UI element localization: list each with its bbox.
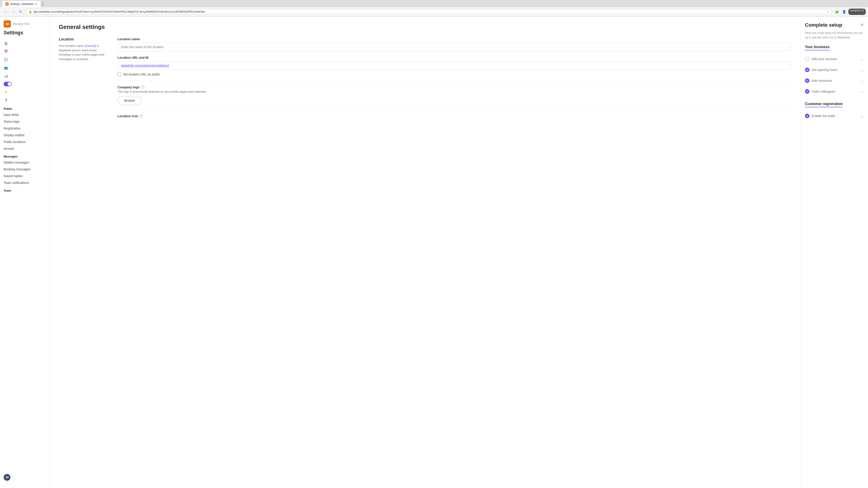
location-name-label: Location name [118, 37, 791, 41]
browser-tabs: M Settings | Waitwhile ✕ + [0, 0, 868, 7]
location-icon-label: Location icon [118, 114, 138, 118]
location-icon-help-icon[interactable]: ? [140, 114, 143, 118]
sidebar-item-registration[interactable]: Registration [0, 125, 50, 132]
user-avatar[interactable]: JD [4, 474, 10, 481]
panel-item-add-resources[interactable]: Add resources ⌄ [805, 76, 864, 85]
nav-item-chat[interactable]: 💬 [0, 56, 50, 64]
bookmark-icon: ☆ [827, 10, 829, 13]
tab-close-button[interactable]: ✕ [35, 2, 37, 6]
section-divider [118, 80, 791, 81]
browser-toolbar: ← → ↻ 🔒 app.waitwhile.com/settings/gener… [0, 7, 868, 17]
panel-item-invite-colleagues-left: Invite colleagues [805, 89, 835, 94]
sidebar-username: Moodjoy7434 [13, 22, 29, 26]
public-section-label: Public [0, 104, 50, 111]
location-name-input[interactable] [118, 43, 791, 51]
nav-item-home[interactable]: 🏠 [0, 39, 50, 47]
sidebar-item-waitlist-messages[interactable]: Waitlist messages [0, 159, 50, 166]
sidebar: M Moodjoy7434 Settings 🏠 📅 💬 👥 📊 [0, 17, 50, 488]
nav-item-people[interactable]: 👥 [0, 64, 50, 72]
sidebar-item-display-waitlist[interactable]: Display waitlist [0, 132, 50, 138]
forward-button[interactable]: → [10, 8, 16, 15]
location-name-group: Location name [118, 37, 791, 51]
add-resources-label: Add resources [812, 79, 832, 83]
location-section-right: Location name Location URL and ID waitwh… [118, 37, 791, 123]
page-title: General settings [59, 24, 791, 31]
nav-item-chart[interactable]: 📊 [0, 72, 50, 80]
panel-item-enable-waitlist[interactable]: Enable the waitli… ⌄ [805, 112, 864, 120]
location-url-group: Location URL and ID waitwhile.com/welcom… [118, 56, 791, 76]
panel-item-enable-waitlist-left: Enable the waitli… [805, 113, 838, 118]
your-business-section-title: Your business [805, 45, 830, 51]
sidebar-item-status-tags[interactable]: Status tags [0, 118, 50, 125]
toggle-row [0, 80, 50, 88]
sidebar-header: M Moodjoy7434 Settings [0, 17, 50, 37]
panel-item-opening-hours-left: Set opening hours [805, 68, 837, 72]
section-divider-2 [118, 109, 791, 110]
nav-item-calendar[interactable]: 📅 [0, 47, 50, 56]
company-logo-help-icon[interactable]: ? [141, 86, 145, 89]
nav-item-lightning[interactable]: ⚡ [0, 88, 50, 96]
sidebar-item-booking-messages[interactable]: Booking messages [0, 166, 50, 173]
set-public-label: Set location URL as public [123, 72, 160, 76]
chevron-down-icon-add-services: ⌄ [861, 57, 864, 61]
customer-registration-section: Customer registration Enable the waitli…… [805, 102, 864, 120]
sidebar-brand: M Moodjoy7434 [4, 20, 46, 28]
location-section: Location Your location name {{name}} is … [59, 37, 791, 123]
lock-icon: 🔒 [29, 10, 32, 13]
location-section-left: Location Your location name {{name}} is … [59, 37, 108, 123]
location-url-link[interactable]: waitwhile.com/welcome/undefined [118, 61, 791, 70]
invite-colleagues-label: Invite colleagues [812, 90, 835, 93]
browser-tab-active[interactable]: M Settings | Waitwhile ✕ [2, 1, 41, 7]
sidebar-item-arrivals[interactable]: Arrivals [0, 145, 50, 152]
nav-item-help[interactable]: ❓ [0, 96, 50, 104]
panel-item-opening-hours[interactable]: Set opening hours ⌄ [805, 66, 864, 74]
lightning-icon: ⚡ [4, 90, 8, 94]
back-button[interactable]: ← [2, 8, 8, 15]
chevron-down-icon-opening-hours: ⌄ [861, 68, 864, 72]
extensions-button[interactable]: 🧩 [834, 8, 840, 15]
status-toggle[interactable] [4, 82, 12, 86]
panel-item-add-services-left: Add your services [805, 57, 837, 61]
panel-title: Complete setup [805, 22, 842, 28]
location-icon-label-row: Location icon ? [118, 114, 791, 118]
sidebar-item-input-fields[interactable]: Input fields [0, 111, 50, 118]
sidebar-title: Settings [4, 29, 46, 36]
people-icon: 👥 [4, 66, 8, 70]
calendar-icon: 📅 [4, 49, 8, 54]
company-logo-label: Company logo [118, 86, 140, 89]
incognito-badge: Incognito (2) [848, 8, 866, 15]
location-icon-group: Location icon ? [118, 114, 791, 118]
home-icon: 🏠 [4, 41, 8, 46]
sidebar-item-team-notifications[interactable]: Team notifications [0, 180, 50, 186]
logo-desc: The logo is prominently featured on your… [118, 90, 791, 93]
right-panel: Complete setup × Here are a few thing we… [800, 17, 868, 488]
chevron-down-icon-enable-waitlist: ⌄ [861, 114, 864, 118]
customer-reg-section-title: Customer registration [805, 102, 843, 107]
set-public-checkbox[interactable] [118, 72, 121, 76]
reload-button[interactable]: ↻ [18, 8, 24, 15]
sidebar-item-saved-replies[interactable]: Saved replies [0, 173, 50, 180]
check-circle-invite-colleagues [805, 89, 809, 94]
team-section-label: Team [0, 186, 50, 193]
app-container: M Moodjoy7434 Settings 🏠 📅 💬 👥 📊 [0, 17, 868, 488]
customer-reg-items: Enable the waitli… ⌄ [805, 112, 864, 120]
panel-header: Complete setup × [805, 22, 864, 28]
new-tab-button[interactable]: + [41, 2, 44, 6]
check-circle-add-resources [805, 78, 809, 83]
panel-item-add-resources-left: Add resources [805, 78, 832, 83]
chevron-down-icon-invite-colleagues: ⌄ [861, 90, 864, 94]
chart-icon: 📊 [4, 74, 8, 78]
panel-item-add-services[interactable]: Add your services ⌄ [805, 55, 864, 63]
panel-item-invite-colleagues[interactable]: Invite colleagues ⌄ [805, 88, 864, 96]
sidebar-item-public-locations[interactable]: Public locations [0, 138, 50, 145]
chevron-down-icon-add-resources: ⌄ [861, 78, 864, 83]
company-logo-group: Company logo ? The logo is prominently f… [118, 86, 791, 105]
opening-hours-label: Set opening hours [812, 68, 837, 72]
toggle-container[interactable] [4, 82, 46, 86]
panel-close-button[interactable]: × [861, 22, 864, 27]
profile-button[interactable]: 👤 [841, 8, 847, 15]
desc-highlight: {{name}} [85, 44, 96, 47]
browse-button[interactable]: Browse [118, 96, 142, 105]
address-bar[interactable]: 🔒 app.waitwhile.com/settings/general?aut… [26, 9, 832, 14]
tab-favicon: M [5, 2, 8, 6]
